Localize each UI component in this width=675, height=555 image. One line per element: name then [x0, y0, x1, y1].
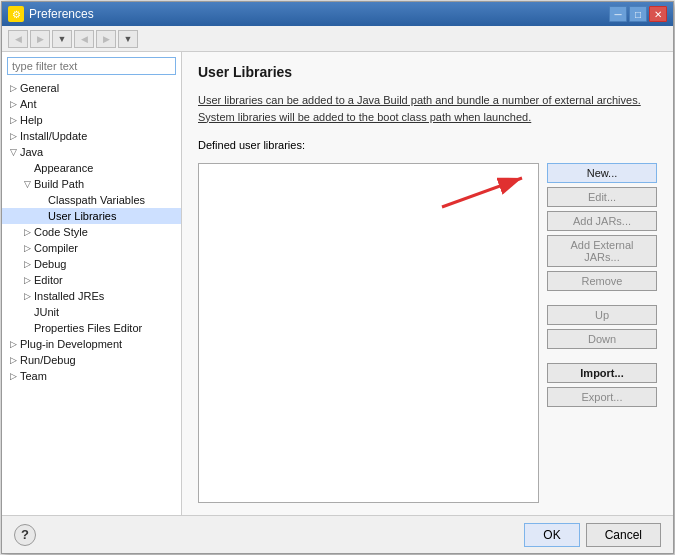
sidebar-item-appearance[interactable]: Appearance: [2, 160, 181, 176]
expand-arrow-compiler: ▷: [20, 241, 34, 255]
titlebar-controls: ─ □ ✕: [609, 6, 667, 22]
sidebar-label-editor: Editor: [34, 274, 63, 286]
add-external-jars-button[interactable]: Add External JARs...: [547, 235, 657, 267]
add-jars-button[interactable]: Add JARs...: [547, 211, 657, 231]
nav-buttons: ◀ ▶ ▼ ◀ ▶ ▼: [8, 30, 138, 48]
sidebar-item-installed-jres[interactable]: ▷ Installed JREs: [2, 288, 181, 304]
sidebar-label-ant: Ant: [20, 98, 37, 110]
sidebar-item-install-update[interactable]: ▷ Install/Update: [2, 128, 181, 144]
expand-arrow-properties: [20, 321, 34, 335]
search-input[interactable]: [7, 57, 176, 75]
sidebar-item-code-style[interactable]: ▷ Code Style: [2, 224, 181, 240]
sidebar-item-team[interactable]: ▷ Team: [2, 368, 181, 384]
edit-button[interactable]: Edit...: [547, 187, 657, 207]
expand-arrow-java: ▽: [6, 145, 20, 159]
expand-arrow-install: ▷: [6, 129, 20, 143]
sidebar-item-properties-editor[interactable]: Properties Files Editor: [2, 320, 181, 336]
close-button[interactable]: ✕: [649, 6, 667, 22]
sidebar-item-run-debug[interactable]: ▷ Run/Debug: [2, 352, 181, 368]
expand-arrow-ant: ▷: [6, 97, 20, 111]
expand-arrow-jres: ▷: [20, 289, 34, 303]
dropdown-button[interactable]: ▼: [52, 30, 72, 48]
sidebar-item-compiler[interactable]: ▷ Compiler: [2, 240, 181, 256]
libraries-list[interactable]: [198, 163, 539, 503]
sidebar-label-properties: Properties Files Editor: [34, 322, 142, 334]
main-panel: User Libraries User libraries can be add…: [182, 52, 673, 515]
expand-arrow-plugin: ▷: [6, 337, 20, 351]
expand-arrow-buildpath: ▽: [20, 177, 34, 191]
sidebar-label-compiler: Compiler: [34, 242, 78, 254]
sidebar-label-junit: JUnit: [34, 306, 59, 318]
sidebar-label-appearance: Appearance: [34, 162, 93, 174]
sidebar-item-debug[interactable]: ▷ Debug: [2, 256, 181, 272]
sidebar-label-debug: Debug: [34, 258, 66, 270]
sidebar-item-plugin-dev[interactable]: ▷ Plug-in Development: [2, 336, 181, 352]
sidebar-item-general[interactable]: ▷ General: [2, 80, 181, 96]
expand-arrow-debug: ▷: [20, 257, 34, 271]
back-button[interactable]: ◀: [8, 30, 28, 48]
down-button[interactable]: Down: [547, 329, 657, 349]
ok-button[interactable]: OK: [524, 523, 579, 547]
window-title: Preferences: [29, 7, 94, 21]
libraries-buttons: New... Edit... Add JARs... Add External …: [547, 163, 657, 503]
expand-arrow-appearance: [20, 161, 34, 175]
new-button[interactable]: New...: [547, 163, 657, 183]
footer-left: ?: [14, 524, 36, 546]
window-icon: ⚙: [8, 6, 24, 22]
sidebar-item-ant[interactable]: ▷ Ant: [2, 96, 181, 112]
sidebar-item-junit[interactable]: JUnit: [2, 304, 181, 320]
sidebar-item-classpath-variables[interactable]: Classpath Variables: [2, 192, 181, 208]
expand-arrow-rundebug: ▷: [6, 353, 20, 367]
expand-arrow-codestyle: ▷: [20, 225, 34, 239]
page-description: User libraries can be added to a Java Bu…: [198, 92, 657, 125]
titlebar-left: ⚙ Preferences: [8, 6, 94, 22]
sidebar-item-user-libraries[interactable]: User Libraries: [2, 208, 181, 224]
sidebar-label-help: Help: [20, 114, 43, 126]
expand-arrow-classpath: [34, 193, 48, 207]
toolbar: ◀ ▶ ▼ ◀ ▶ ▼: [2, 26, 673, 52]
page-title: User Libraries: [198, 64, 657, 80]
expand-arrow-help: ▷: [6, 113, 20, 127]
minimize-button[interactable]: ─: [609, 6, 627, 22]
nav-forward2-button[interactable]: ▶: [96, 30, 116, 48]
sidebar-label-plugin: Plug-in Development: [20, 338, 122, 350]
cancel-button[interactable]: Cancel: [586, 523, 661, 547]
help-button[interactable]: ?: [14, 524, 36, 546]
footer: ? OK Cancel: [2, 515, 673, 553]
preferences-window: ⚙ Preferences ─ □ ✕ ◀ ▶ ▼ ◀ ▶ ▼ ▷ Genera: [1, 1, 674, 554]
sidebar-label-jres: Installed JREs: [34, 290, 104, 302]
sidebar-item-help[interactable]: ▷ Help: [2, 112, 181, 128]
dropdown2-button[interactable]: ▼: [118, 30, 138, 48]
expand-arrow-junit: [20, 305, 34, 319]
import-button[interactable]: Import...: [547, 363, 657, 383]
sidebar: ▷ General ▷ Ant ▷ Help ▷ Install/Update …: [2, 52, 182, 515]
maximize-button[interactable]: □: [629, 6, 647, 22]
expand-arrow-team: ▷: [6, 369, 20, 383]
sidebar-label-rundebug: Run/Debug: [20, 354, 76, 366]
sidebar-label-classpath: Classpath Variables: [48, 194, 145, 206]
libraries-section: New... Edit... Add JARs... Add External …: [198, 163, 657, 503]
content-area: ▷ General ▷ Ant ▷ Help ▷ Install/Update …: [2, 52, 673, 515]
sidebar-label-install: Install/Update: [20, 130, 87, 142]
sidebar-item-editor[interactable]: ▷ Editor: [2, 272, 181, 288]
sidebar-label-java: Java: [20, 146, 43, 158]
sidebar-label-codestyle: Code Style: [34, 226, 88, 238]
expand-arrow-userlibs: [34, 209, 48, 223]
nav-back2-button[interactable]: ◀: [74, 30, 94, 48]
sidebar-label-buildpath: Build Path: [34, 178, 84, 190]
sidebar-label-team: Team: [20, 370, 47, 382]
forward-button[interactable]: ▶: [30, 30, 50, 48]
defined-libraries-label: Defined user libraries:: [198, 139, 657, 151]
expand-arrow-general: ▷: [6, 81, 20, 95]
up-button[interactable]: Up: [547, 305, 657, 325]
footer-right: OK Cancel: [524, 523, 661, 547]
export-button[interactable]: Export...: [547, 387, 657, 407]
sidebar-item-java[interactable]: ▽ Java: [2, 144, 181, 160]
sidebar-label-general: General: [20, 82, 59, 94]
expand-arrow-editor: ▷: [20, 273, 34, 287]
sidebar-label-userlibs: User Libraries: [48, 210, 116, 222]
titlebar: ⚙ Preferences ─ □ ✕: [2, 2, 673, 26]
sidebar-item-build-path[interactable]: ▽ Build Path: [2, 176, 181, 192]
remove-button[interactable]: Remove: [547, 271, 657, 291]
